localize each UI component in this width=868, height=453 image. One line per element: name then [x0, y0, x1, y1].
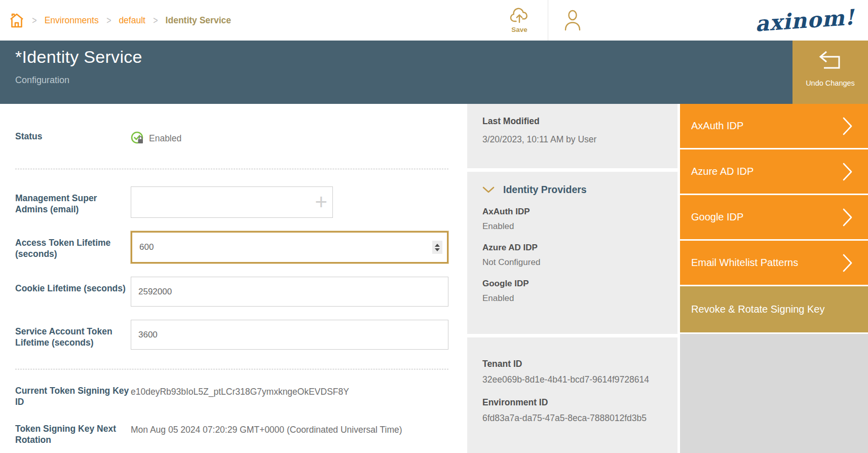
home-icon[interactable]	[9, 12, 24, 28]
service-account-token-lifetime-row: Service Account Token Lifetime (seconds)	[15, 320, 448, 350]
stepper-down-icon[interactable]	[435, 248, 440, 251]
add-email-button[interactable]: +	[315, 192, 327, 213]
undo-changes-button[interactable]: Undo Changes	[792, 41, 868, 104]
content-area: Status Enabled Management S	[0, 104, 868, 453]
chevron-right-icon	[842, 163, 853, 181]
identity-providers-section-toggle[interactable]: Identity Providers	[482, 184, 662, 196]
current-signing-key-value: e10deyRb93bIoL5Z_ptLCr318G7ymxkngeOkEVDS…	[131, 386, 448, 397]
breadcrumb: > Environments > default > Identity Serv…	[0, 0, 231, 41]
logo-area: axinom!	[595, 0, 868, 41]
page-subtitle: Configuration	[15, 75, 868, 86]
save-button[interactable]: Save	[491, 0, 548, 41]
sidebar-filler	[680, 334, 868, 453]
breadcrumb-separator: >	[32, 15, 36, 26]
cookie-lifetime-label: Cookie Lifetime (seconds)	[15, 277, 131, 307]
topbar-spacer	[231, 0, 491, 41]
identity-providers-title: Identity Providers	[503, 184, 587, 196]
chevron-right-icon	[842, 208, 853, 226]
page-title: *Identity Service	[15, 41, 868, 67]
breadcrumb-default[interactable]: default	[119, 15, 145, 26]
sidebar-item-azure-ad-idp[interactable]: Azure AD IDP	[680, 149, 868, 194]
service-account-token-lifetime-input[interactable]	[131, 320, 448, 350]
number-stepper[interactable]	[432, 241, 442, 254]
breadcrumb-separator: >	[106, 15, 111, 26]
provider-item: Google IDP Enabled	[482, 279, 662, 304]
provider-item: AxAuth IDP Enabled	[482, 207, 662, 232]
sidebar-item-axauth-idp[interactable]: AxAuth IDP	[680, 104, 868, 148]
action-sidebar: AxAuth IDP Azure AD IDP Google IDP Email…	[680, 104, 868, 453]
management-super-admins-field[interactable]: +	[131, 186, 333, 218]
management-super-admins-row: Management Super Admins (email) +	[15, 186, 448, 218]
sidebar-item-label: AxAuth IDP	[691, 120, 743, 132]
environment-id-label: Environment ID	[482, 397, 662, 408]
status-label: Status	[15, 131, 131, 142]
tenant-id-label: Tenant ID	[482, 359, 662, 369]
sidebar-item-label: Azure AD IDP	[691, 166, 753, 177]
access-token-lifetime-label: Access Token Lifetime (seconds)	[15, 231, 131, 263]
save-button-label: Save	[511, 26, 527, 33]
breadcrumb-separator: >	[153, 15, 158, 26]
provider-name: Azure AD IDP	[482, 243, 662, 253]
section-divider	[15, 369, 448, 369]
current-signing-key-row: Current Token Signing Key ID e10deyRb93b…	[15, 386, 448, 407]
cookie-lifetime-input[interactable]	[131, 277, 448, 307]
cloud-upload-icon	[509, 8, 530, 25]
provider-item: Azure AD IDP Not Configured	[482, 243, 662, 268]
provider-name: AxAuth IDP	[482, 207, 662, 217]
last-modified-value: 3/20/2023, 10:11 AM by User	[482, 134, 662, 145]
user-menu-button[interactable]	[548, 0, 595, 41]
section-divider	[15, 169, 448, 169]
status-row: Status Enabled	[15, 131, 448, 145]
chevron-right-icon	[842, 254, 853, 272]
axinom-logo: axinom!	[754, 5, 856, 36]
sidebar-item-label: Revoke & Rotate Signing Key	[691, 304, 825, 315]
sidebar-item-label: Email Whitelist Patterns	[691, 257, 798, 269]
breadcrumb-environments[interactable]: Environments	[45, 15, 99, 26]
info-panel: Last Modified 3/20/2023, 10:11 AM by Use…	[467, 104, 677, 453]
service-account-token-lifetime-label: Service Account Token Lifetime (seconds)	[15, 320, 131, 350]
current-signing-key-label: Current Token Signing Key ID	[15, 386, 131, 407]
sidebar-item-revoke-rotate-signing-key[interactable]: Revoke & Rotate Signing Key	[680, 286, 868, 332]
user-icon	[563, 10, 582, 31]
page-header: *Identity Service Configuration Undo Cha…	[0, 41, 868, 104]
top-bar: > Environments > default > Identity Serv…	[0, 0, 868, 41]
next-rotation-row: Token Signing Key Next Rotation Mon Aug …	[15, 424, 448, 445]
undo-arrow-icon	[819, 51, 842, 70]
provider-status: Enabled	[482, 293, 662, 304]
access-token-lifetime-input[interactable]	[131, 231, 448, 263]
last-modified-title: Last Modified	[482, 116, 662, 127]
stepper-up-icon[interactable]	[435, 244, 440, 247]
access-token-lifetime-row: Access Token Lifetime (seconds)	[15, 231, 448, 263]
cookie-lifetime-row: Cookie Lifetime (seconds)	[15, 277, 448, 307]
status-enabled-icon	[131, 131, 145, 145]
next-rotation-label: Token Signing Key Next Rotation	[15, 424, 131, 445]
sidebar-item-google-idp[interactable]: Google IDP	[680, 195, 868, 239]
provider-name: Google IDP	[482, 279, 662, 289]
configuration-form: Status Enabled Management S	[0, 104, 467, 453]
identity-providers-card: Identity Providers AxAuth IDP Enabled Az…	[467, 172, 677, 334]
breadcrumb-current-page: Identity Service	[166, 15, 231, 26]
undo-changes-label: Undo Changes	[806, 79, 855, 87]
chevron-down-icon	[482, 186, 495, 194]
provider-status: Not Configured	[482, 257, 662, 268]
sidebar-item-email-whitelist-patterns[interactable]: Email Whitelist Patterns	[680, 241, 868, 285]
management-super-admins-label: Management Super Admins (email)	[15, 186, 131, 218]
tenant-id-value: 32ee069b-8d1e-4b41-bcd7-9614f9728614	[482, 374, 662, 385]
sidebar-item-label: Google IDP	[691, 211, 743, 223]
last-modified-card: Last Modified 3/20/2023, 10:11 AM by Use…	[467, 104, 677, 168]
environment-id-value: 6fd83a7a-da75-47a5-8eca-7888012fd3b5	[482, 413, 662, 424]
status-value: Enabled	[149, 133, 181, 144]
ids-card: Tenant ID 32ee069b-8d1e-4b41-bcd7-9614f9…	[467, 337, 677, 453]
next-rotation-value: Mon Aug 05 2024 07:20:29 GMT+0000 (Coord…	[131, 424, 448, 435]
provider-status: Enabled	[482, 221, 662, 232]
chevron-right-icon	[842, 117, 853, 135]
